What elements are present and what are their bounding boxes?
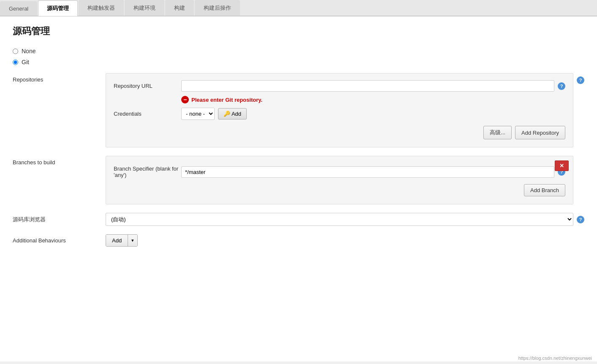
- branches-content: ✕ Branch Specifier (blank for 'any') ? A…: [106, 156, 573, 204]
- main-content: 源码管理 None Git Repositories Repository UR…: [0, 16, 597, 361]
- watermark: https://blog.csdn.net/zhinengxunwei: [518, 356, 592, 361]
- radio-none[interactable]: [13, 49, 18, 54]
- repositories-section: Repositories Repository URL ? − Please e…: [13, 73, 584, 147]
- error-message-row: − Please enter Git repository.: [181, 96, 565, 103]
- advanced-button[interactable]: 高级...: [483, 126, 512, 139]
- branch-specifier-input-wrap: [181, 166, 554, 178]
- repository-url-help-icon[interactable]: ?: [558, 82, 565, 90]
- add-split-button: Add ▾: [106, 234, 138, 247]
- repository-url-input[interactable]: [181, 80, 554, 92]
- radio-none-label[interactable]: None: [22, 48, 35, 54]
- credentials-input-wrap: - none - 🔑 Add: [181, 108, 565, 120]
- branches-x-button[interactable]: ✕: [555, 160, 569, 171]
- radio-git[interactable]: [13, 60, 18, 65]
- branches-remove-button[interactable]: ✕: [555, 160, 569, 171]
- tab-scm[interactable]: 源码管理: [38, 0, 78, 16]
- page-title: 源码管理: [13, 25, 584, 38]
- repositories-section-help-icon[interactable]: ?: [577, 76, 584, 84]
- repository-url-label: Repository URL: [114, 83, 181, 89]
- add-behaviour-main-button[interactable]: Add: [106, 235, 128, 246]
- credentials-label: Credentials: [114, 111, 181, 117]
- tab-build[interactable]: 构建: [165, 0, 194, 16]
- source-browser-section: 源码库浏览器 (自动) ?: [13, 213, 584, 226]
- add-repository-button[interactable]: Add Repository: [515, 126, 565, 139]
- error-icon: −: [181, 96, 189, 103]
- credentials-select[interactable]: - none -: [181, 108, 215, 120]
- radio-item-git: Git: [13, 59, 584, 65]
- repositories-label: Repositories: [13, 73, 106, 83]
- source-browser-help-icon[interactable]: ?: [577, 216, 584, 223]
- tab-general[interactable]: General: [0, 1, 37, 16]
- add-behaviours-btn-wrap: Add ▾: [106, 234, 138, 247]
- source-browser-label: 源码库浏览器: [13, 216, 106, 223]
- tabs-bar: General 源码管理 构建触发器 构建环境 构建 构建后操作: [0, 0, 597, 16]
- repository-url-row: Repository URL ?: [114, 80, 565, 92]
- add-branch-button[interactable]: Add Branch: [524, 184, 565, 196]
- radio-git-label[interactable]: Git: [22, 59, 29, 65]
- add-credentials-button[interactable]: 🔑 Add: [218, 108, 247, 120]
- tab-build-env[interactable]: 构建环境: [125, 0, 164, 16]
- additional-behaviours-section: Additional Behaviours Add ▾: [13, 234, 584, 247]
- source-browser-select-wrap: (自动): [106, 213, 573, 226]
- credentials-row: Credentials - none - 🔑 Add: [114, 108, 565, 120]
- repositories-buttons-row: 高级... Add Repository: [114, 126, 565, 139]
- additional-behaviours-label: Additional Behaviours: [13, 237, 106, 244]
- branch-specifier-row: Branch Specifier (blank for 'any') ?: [114, 166, 565, 178]
- tab-post-build[interactable]: 构建后操作: [195, 0, 240, 16]
- scm-radio-group: None Git: [13, 48, 584, 65]
- branches-label: Branches to build: [13, 156, 106, 166]
- branch-specifier-input[interactable]: [181, 166, 554, 178]
- branches-buttons-row: Add Branch: [114, 184, 565, 196]
- branch-specifier-label: Branch Specifier (blank for 'any'): [114, 166, 181, 178]
- repository-url-input-wrap: [181, 80, 554, 92]
- add-behaviour-arrow-button[interactable]: ▾: [128, 235, 137, 246]
- branches-section: Branches to build ✕ Branch Specifier (bl…: [13, 156, 584, 204]
- source-browser-select[interactable]: (自动): [106, 213, 573, 226]
- radio-item-none: None: [13, 48, 584, 54]
- repositories-content: Repository URL ? − Please enter Git repo…: [106, 73, 573, 147]
- error-text: Please enter Git repository.: [191, 97, 262, 103]
- tab-build-trigger[interactable]: 构建触发器: [79, 0, 124, 16]
